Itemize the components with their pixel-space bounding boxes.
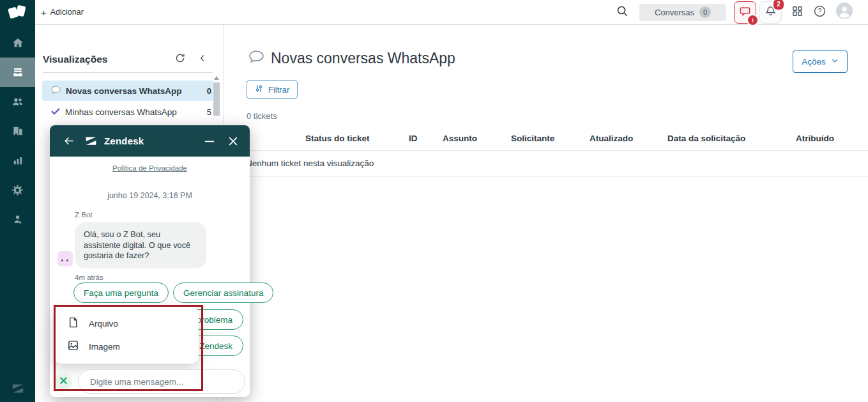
menu-item-imagem[interactable]: Imagem <box>54 335 199 358</box>
reporting-icon <box>11 154 24 167</box>
column-assunto[interactable]: Assunto <box>443 134 477 143</box>
svg-text:?: ? <box>818 7 822 15</box>
bot-avatar <box>57 251 73 267</box>
notifications-count-badge: 2 <box>772 0 785 11</box>
rail-item-admin[interactable] <box>0 175 35 205</box>
rail-item-reporting[interactable] <box>0 146 35 175</box>
notifications-button[interactable]: 2 <box>759 1 782 24</box>
views-panel-divider <box>43 72 213 73</box>
filter-button[interactable]: Filtrar <box>247 80 298 99</box>
view-item-novas-conversas[interactable]: Novas conversas WhatsApp 0 <box>42 81 218 101</box>
ticket-table-header: Status do ticket ID Assunto Solicitante … <box>224 130 868 147</box>
conversas-count-badge: 0 <box>699 6 711 18</box>
rail-item-home[interactable] <box>0 28 35 58</box>
organizations-icon <box>11 125 24 137</box>
attachment-menu: Arquivo Imagem <box>54 306 199 364</box>
rail-item-customers[interactable] <box>0 87 35 116</box>
rail-item-views[interactable] <box>0 58 35 87</box>
column-atribuido[interactable]: Atribuído <box>796 134 834 143</box>
plus-icon: + <box>41 8 47 17</box>
message-input[interactable] <box>78 369 245 394</box>
column-atualizado[interactable]: Atualizado <box>590 134 633 143</box>
collapse-views-button[interactable] <box>198 54 207 65</box>
menu-item-label: Arquivo <box>89 319 118 329</box>
quick-reply-gerenciar-assinatura[interactable]: Gerenciar assinatura <box>173 282 273 303</box>
minimize-icon[interactable] <box>204 136 215 146</box>
zendesk-logo-icon <box>0 379 35 398</box>
refresh-icon <box>175 53 185 66</box>
views-panel-header: Visualizações <box>35 25 224 72</box>
views-list: Novas conversas WhatsApp 0 Minhas conver… <box>35 81 224 122</box>
quick-reply-faca-pergunta[interactable]: Faça uma pergunta <box>73 282 169 303</box>
scrollbar-up-arrow-icon[interactable] <box>214 76 219 80</box>
help-button[interactable]: ? <box>813 4 826 20</box>
privacy-policy-link[interactable]: Política de Privacidade <box>112 164 187 172</box>
bot-message-bubble: Olá, sou o Z Bot, seu assistente digital… <box>75 222 206 268</box>
user-avatar[interactable] <box>836 3 853 22</box>
actions-label: Ações <box>802 57 826 66</box>
product-logo-icon[interactable] <box>0 0 35 28</box>
chevron-left-icon <box>198 54 207 65</box>
table-divider <box>224 150 868 151</box>
messaging-alert-badge: ! <box>747 14 759 26</box>
grid-icon <box>791 5 803 20</box>
person-icon <box>11 213 24 226</box>
session-timestamp: junho 19 2024, 3:16 PM <box>50 191 250 200</box>
file-icon <box>67 316 79 330</box>
close-attachment-menu-button[interactable] <box>54 373 72 390</box>
menu-item-arquivo[interactable]: Arquivo <box>54 312 199 335</box>
refresh-views-button[interactable] <box>175 53 185 66</box>
back-arrow-icon[interactable] <box>63 135 75 147</box>
actions-button[interactable]: Ações <box>793 50 848 73</box>
conversas-label: Conversas <box>655 8 694 17</box>
top-bar: + Adicionar Conversas 0 ! 2 ? <box>35 0 868 25</box>
gear-icon <box>11 183 24 197</box>
zendesk-agent-workspace: + Adicionar Conversas 0 ! 2 ? <box>0 0 868 402</box>
topbar-right-cluster: Conversas 0 ! 2 ? <box>613 1 868 24</box>
bot-name: Z Bot <box>75 211 210 219</box>
zendesk-messaging-widget: Zendesk Política de Privacidade junho 19… <box>50 125 250 397</box>
add-button[interactable]: + Adicionar <box>41 8 84 17</box>
messaging-button[interactable]: ! <box>734 1 756 24</box>
question-mark-icon: ? <box>813 4 826 20</box>
left-rail <box>0 0 35 402</box>
checkmark-icon <box>50 106 61 118</box>
view-item-count: 5 <box>207 107 211 117</box>
column-solicitante[interactable]: Solicitante <box>511 134 554 143</box>
conversas-tab[interactable]: Conversas 0 <box>639 4 726 21</box>
zendesk-logo-icon <box>84 134 98 148</box>
view-item-label: Novas conversas WhatsApp <box>66 86 202 96</box>
rail-item-organizations[interactable] <box>0 116 35 146</box>
view-item-label: Minhas conversas WhatsApp <box>65 107 202 117</box>
customers-icon <box>11 95 24 109</box>
search-icon <box>616 4 628 20</box>
column-id[interactable]: ID <box>409 134 418 143</box>
filter-sliders-icon <box>255 84 263 95</box>
scrollbar-thumb[interactable] <box>213 82 220 116</box>
views-panel-title: Visualizações <box>43 54 162 65</box>
views-icon <box>11 66 24 79</box>
column-data-solicitacao[interactable]: Data da solicitação <box>667 134 745 143</box>
chevron-down-icon <box>831 57 839 66</box>
chat-bubble-icon <box>50 84 61 97</box>
empty-view-message: Nenhum ticket nesta visualização <box>246 158 374 168</box>
x-icon <box>59 376 68 388</box>
ticket-count: 0 tickets <box>247 111 277 121</box>
column-status[interactable]: Status do ticket <box>305 134 370 143</box>
message-age: 4m atrás <box>75 274 210 281</box>
rail-item-profile[interactable] <box>0 205 35 234</box>
menu-item-label: Imagem <box>89 342 120 352</box>
search-button[interactable] <box>613 3 632 22</box>
widget-header: Zendesk <box>50 125 250 157</box>
apps-grid-button[interactable] <box>791 5 803 20</box>
page-title: Novas conversas WhatsApp <box>248 48 455 69</box>
privacy-policy-link-wrap: Política de Privacidade <box>50 164 250 172</box>
view-item-count: 0 <box>207 86 211 96</box>
quick-replies: Faça uma pergunta Gerenciar assinatura <box>73 282 273 303</box>
close-icon[interactable] <box>228 136 238 146</box>
table-divider <box>224 176 868 177</box>
avatar-icon <box>836 3 853 22</box>
add-label: Adicionar <box>50 8 84 17</box>
home-icon <box>11 36 24 49</box>
view-item-minhas-conversas[interactable]: Minhas conversas WhatsApp 5 <box>42 102 218 122</box>
